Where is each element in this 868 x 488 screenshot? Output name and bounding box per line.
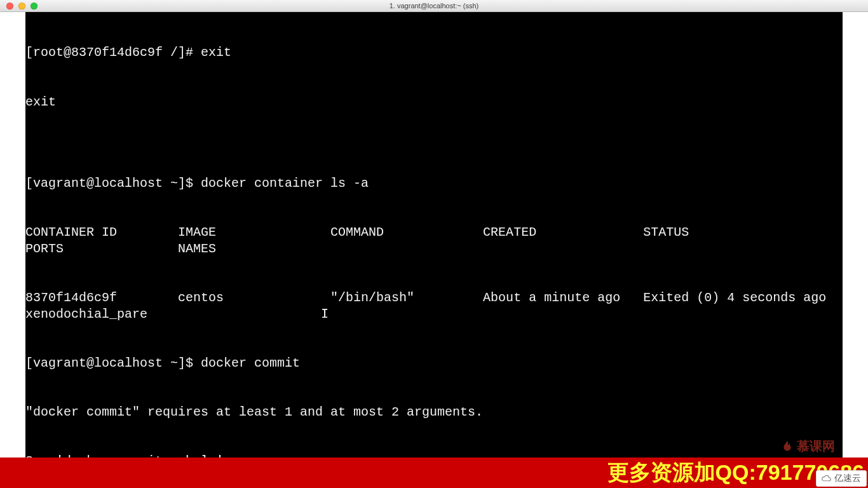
cloud-icon: [820, 475, 832, 482]
zoom-icon[interactable]: [31, 3, 37, 10]
window-titlebar: 1. vagrant@localhost:~ (ssh): [0, 0, 868, 12]
window-title: 1. vagrant@localhost:~ (ssh): [0, 2, 868, 10]
yisu-badge: 亿速云: [816, 470, 867, 487]
minimize-icon[interactable]: [18, 3, 25, 10]
resource-banner: 更多资源加QQ:791770686: [0, 458, 868, 488]
window-controls: [0, 3, 37, 10]
terminal-line: "docker commit" requires at least 1 and …: [25, 404, 843, 421]
terminal-line: [vagrant@localhost ~]$ docker commit: [25, 355, 843, 372]
terminal-line: CONTAINER ID IMAGE COMMAND CREATED STATU…: [25, 224, 843, 257]
terminal-line: exit: [25, 94, 843, 111]
terminal-line: 8370f14d6c9f centos "/bin/bash" About a …: [25, 290, 843, 322]
terminal-line: [vagrant@localhost ~]$ docker container …: [25, 175, 843, 192]
close-icon[interactable]: [6, 3, 13, 10]
yisu-badge-text: 亿速云: [834, 473, 861, 484]
terminal-window[interactable]: [root@8370f14d6c9f /]# exit exit [vagran…: [25, 12, 843, 458]
terminal-line: See 'docker commit --help'.: [25, 453, 843, 458]
terminal-line: [root@8370f14d6c9f /]# exit: [25, 44, 843, 61]
terminal-content: [root@8370f14d6c9f /]# exit exit [vagran…: [25, 12, 843, 458]
